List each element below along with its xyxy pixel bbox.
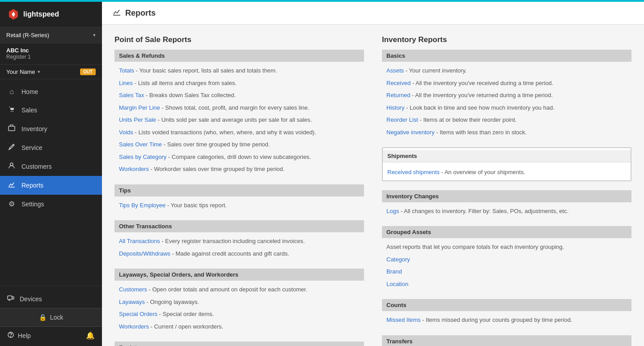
- report-item-voids: Voids - Lists voided transactions (who, …: [114, 126, 364, 139]
- sales-refunds-header: Sales & Refunds: [114, 50, 364, 62]
- inventory-reports-column: Inventory Reports Basics Assets - Your c…: [382, 35, 631, 346]
- lock-button[interactable]: 🔒 Lock: [0, 308, 102, 327]
- inventory-reports-title: Inventory Reports: [382, 35, 631, 44]
- report-item-units-per-sale: Units Per Sale - Units sold per sale and…: [114, 114, 364, 126]
- voids-link[interactable]: Voids: [119, 129, 133, 136]
- sales-icon: [7, 106, 16, 115]
- other-transactions-header: Other Transactions: [114, 220, 364, 232]
- sidebar-item-inventory[interactable]: Inventory: [0, 120, 102, 138]
- layaways-link[interactable]: Layaways: [119, 299, 145, 305]
- units-per-sale-link[interactable]: Units Per Sale: [119, 116, 156, 123]
- report-item-logs: Logs - All changes to inventory. Filter …: [382, 205, 631, 218]
- customers-icon: [7, 162, 16, 171]
- user-name: Your Name: [6, 68, 35, 75]
- app-name: lightspeed: [23, 10, 59, 18]
- workorders2-link[interactable]: Workorders: [119, 323, 149, 330]
- location-link[interactable]: Location: [386, 281, 408, 287]
- sidebar-logo: lightspeed: [0, 2, 102, 27]
- missed-items-link[interactable]: Missed Items: [386, 316, 421, 323]
- report-item-history: History - Look back in time and see how …: [382, 102, 631, 114]
- help-row: Help 🔔: [0, 327, 102, 344]
- received-link[interactable]: Received: [386, 80, 411, 86]
- assets-link[interactable]: Assets: [386, 67, 404, 74]
- help-icon: [7, 331, 14, 340]
- sidebar-item-home[interactable]: ⌂ Home: [0, 83, 102, 101]
- sidebar-item-label: Home: [21, 88, 38, 95]
- report-item-layaways: Layaways - Ongoing layaways.: [114, 296, 364, 308]
- workorders-link[interactable]: Workorders: [119, 166, 149, 172]
- sidebar-item-reports[interactable]: Reports: [0, 176, 102, 195]
- grouped-assets-header: Grouped Assets: [382, 226, 631, 238]
- tips-by-employee-link[interactable]: Tips By Employee: [119, 202, 165, 209]
- report-item-received-shipments: Received shipments - An overview of your…: [383, 166, 631, 179]
- returned-link[interactable]: Returned: [386, 92, 410, 98]
- service-icon: [7, 143, 16, 152]
- report-item-missed-items: Missed Items - Items missed during your …: [382, 314, 631, 326]
- report-item-sales-over-time: Sales Over Time - Sales over time groupe…: [114, 138, 364, 151]
- sales-tax-link[interactable]: Sales Tax: [119, 92, 144, 98]
- report-item-sales-by-category: Sales by Category - Compare categories, …: [114, 151, 364, 163]
- sidebar-item-label: Service: [21, 144, 42, 151]
- lock-icon: 🔒: [39, 314, 47, 321]
- sidebar-item-devices[interactable]: Devices: [0, 290, 102, 308]
- report-item-totals: Totals - Your basic sales report, lists …: [114, 64, 364, 77]
- counts-header: Counts: [382, 299, 631, 311]
- svg-point-9: [11, 337, 11, 337]
- report-item-lines: Lines - Lists all items and charges from…: [114, 77, 364, 90]
- category-link[interactable]: Category: [386, 256, 410, 263]
- basics-header: Basics: [382, 50, 631, 62]
- report-item-brand: Brand: [382, 265, 631, 278]
- bell-icon[interactable]: 🔔: [86, 331, 95, 340]
- tips-header: Tips: [114, 184, 364, 196]
- logs-link[interactable]: Logs: [386, 208, 399, 214]
- margin-per-line-link[interactable]: Margin Per Line: [119, 104, 160, 111]
- grouped-assets-group: Grouped Assets Asset reports that let yo…: [382, 226, 631, 290]
- report-item-assets: Assets - Your current inventory.: [382, 64, 631, 77]
- devices-label: Devices: [20, 295, 42, 303]
- sidebar-item-service[interactable]: Service: [0, 138, 102, 157]
- report-item-all-transactions: All Transactions - Every register transa…: [114, 235, 364, 248]
- svg-rect-5: [8, 296, 12, 299]
- deposits-link[interactable]: Deposits/Withdraws: [119, 250, 170, 257]
- sidebar-item-settings[interactable]: ⚙ Settings: [0, 195, 102, 213]
- history-link[interactable]: History: [386, 104, 404, 111]
- lightspeed-logo-icon: [7, 8, 20, 21]
- sales-by-category-link[interactable]: Sales by Category: [119, 154, 166, 160]
- report-item-received: Received - All the inventory you've rece…: [382, 77, 631, 90]
- user-row: Your Name ▾ OUT: [0, 65, 102, 79]
- sidebar-item-customers[interactable]: Customers: [0, 157, 102, 176]
- store-selector[interactable]: Retail (R-Series) ▾: [0, 27, 102, 43]
- svg-point-3: [10, 163, 13, 166]
- reorder-list-link[interactable]: Reorder List: [386, 116, 418, 123]
- lines-link[interactable]: Lines: [119, 80, 133, 86]
- customers-link[interactable]: Customers: [119, 286, 147, 293]
- help-link[interactable]: Help: [7, 331, 31, 340]
- received-shipments-link[interactable]: Received shipments: [387, 169, 440, 175]
- inventory-icon: [7, 124, 16, 133]
- shipments-group: Shipments Received shipments - An overvi…: [382, 147, 631, 181]
- top-bar: Reports: [102, 2, 644, 25]
- report-item-workorders: Workorders - Workorder sales over time g…: [114, 163, 364, 175]
- register-name: Register 1: [6, 54, 96, 60]
- teal-accent-bar: [0, 0, 644, 2]
- sidebar-nav: ⌂ Home Sales Inventory: [0, 79, 102, 286]
- reports-header-icon: [113, 8, 121, 18]
- special-orders-link[interactable]: Special Orders: [119, 311, 157, 317]
- totals-link[interactable]: Totals: [119, 67, 134, 74]
- register-info: ABC Inc Register 1: [0, 43, 102, 65]
- company-name: ABC Inc: [6, 47, 96, 54]
- user-name-button[interactable]: Your Name ▾: [6, 68, 40, 75]
- report-item-location: Location: [382, 278, 631, 290]
- sales-over-time-link[interactable]: Sales Over Time: [119, 141, 162, 148]
- svg-point-0: [11, 111, 12, 112]
- other-transactions-group: Other Transactions All Transactions - Ev…: [114, 220, 364, 260]
- report-item-category: Category: [382, 253, 631, 266]
- negative-inventory-link[interactable]: Negative inventory: [386, 129, 435, 136]
- sidebar-item-sales[interactable]: Sales: [0, 101, 102, 120]
- basics-group: Basics Assets - Your current inventory. …: [382, 50, 631, 138]
- all-transactions-link[interactable]: All Transactions: [119, 238, 160, 244]
- brand-link[interactable]: Brand: [386, 268, 402, 275]
- report-item-customers: Customers - Open order totals and amount…: [114, 283, 364, 296]
- svg-point-1: [13, 111, 13, 112]
- chevron-down-icon: ▾: [38, 69, 40, 75]
